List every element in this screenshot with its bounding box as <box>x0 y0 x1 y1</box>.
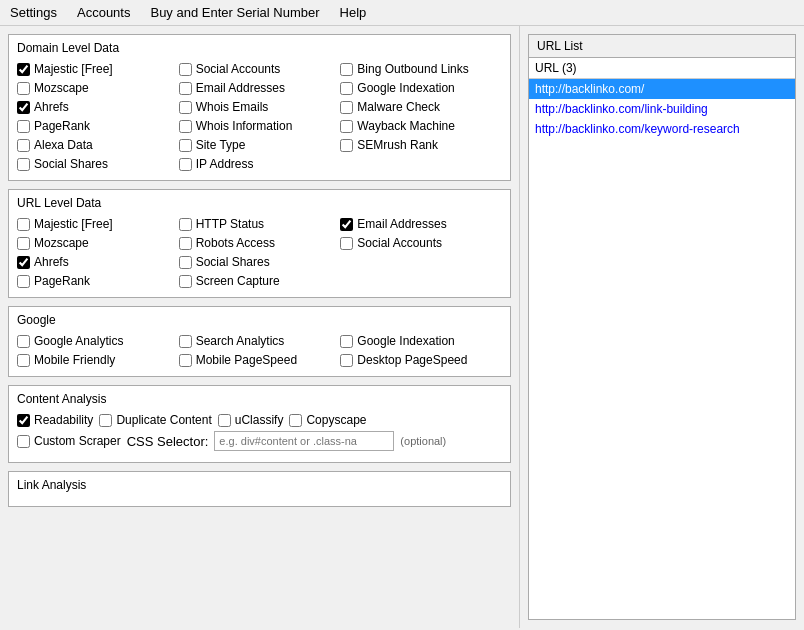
cb-ca-uclassify-input[interactable] <box>218 414 231 427</box>
cb-ul-mozscape-input[interactable] <box>17 237 30 250</box>
cb-g-mobile-friendly[interactable]: Mobile Friendly <box>17 352 179 368</box>
cb-dl-malware-check-input[interactable] <box>340 101 353 114</box>
cb-ul-pagerank-input[interactable] <box>17 275 30 288</box>
cb-g-mobile-pagespeed-input[interactable] <box>179 354 192 367</box>
link-analysis-section: Link Analysis <box>8 471 511 507</box>
url-level-title: URL Level Data <box>17 196 502 210</box>
cb-dl-mozscape[interactable]: Mozscape <box>17 80 179 96</box>
cb-dl-wayback-machine-input[interactable] <box>340 120 353 133</box>
cb-g-desktop-pagespeed-input[interactable] <box>340 354 353 367</box>
cb-ul-pagerank[interactable]: PageRank <box>17 273 179 289</box>
cb-g-indexation-input[interactable] <box>340 335 353 348</box>
cb-g-indexation-label: Google Indexation <box>357 334 454 348</box>
cb-dl-whois-emails[interactable]: Whois Emails <box>179 99 341 115</box>
cb-dl-majestic-input[interactable] <box>17 63 30 76</box>
cb-dl-alexa-data[interactable]: Alexa Data <box>17 137 179 153</box>
cb-dl-site-type-input[interactable] <box>179 139 192 152</box>
cb-dl-whois-info[interactable]: Whois Information <box>179 118 341 134</box>
cb-ul-screen-capture[interactable]: Screen Capture <box>179 273 341 289</box>
cb-dl-semrush-rank[interactable]: SEMrush Rank <box>340 137 502 153</box>
cb-dl-mozscape-input[interactable] <box>17 82 30 95</box>
cb-dl-google-indexation[interactable]: Google Indexation <box>340 80 502 96</box>
cb-ca-duplicate-input[interactable] <box>99 414 112 427</box>
cb-ul-robots-access-label: Robots Access <box>196 236 275 250</box>
cb-dl-social-shares[interactable]: Social Shares <box>17 156 179 172</box>
cb-ca-readability-label: Readability <box>34 413 93 427</box>
cb-ca-uclassify[interactable]: uClassify <box>218 412 284 428</box>
cb-dl-bing-outbound[interactable]: Bing Outbound Links <box>340 61 502 77</box>
cb-dl-ip-address-input[interactable] <box>179 158 192 171</box>
cb-g-mobile-pagespeed-label: Mobile PageSpeed <box>196 353 297 367</box>
cb-dl-site-type[interactable]: Site Type <box>179 137 341 153</box>
cb-g-search-analytics-input[interactable] <box>179 335 192 348</box>
cb-ul-ahrefs-input[interactable] <box>17 256 30 269</box>
cb-dl-wayback-machine-label: Wayback Machine <box>357 119 455 133</box>
cb-dl-whois-info-input[interactable] <box>179 120 192 133</box>
cb-g-search-analytics[interactable]: Search Analytics <box>179 333 341 349</box>
cb-ca-custom-scraper-label: Custom Scraper <box>34 434 121 448</box>
url-list-item[interactable]: http://backlinko.com/keyword-research <box>529 119 795 139</box>
cb-ul-ahrefs[interactable]: Ahrefs <box>17 254 179 270</box>
menu-settings[interactable]: Settings <box>0 2 67 23</box>
cb-ca-readability-input[interactable] <box>17 414 30 427</box>
cb-dl-majestic[interactable]: Majestic [Free] <box>17 61 179 77</box>
menu-accounts[interactable]: Accounts <box>67 2 140 23</box>
cb-ca-custom-scraper[interactable]: Custom Scraper <box>17 433 121 449</box>
cb-ul-screen-capture-input[interactable] <box>179 275 192 288</box>
cb-ul-mozscape[interactable]: Mozscape <box>17 235 179 251</box>
url-list-item[interactable]: http://backlinko.com/link-building <box>529 99 795 119</box>
cb-ul-robots-access[interactable]: Robots Access <box>179 235 341 251</box>
cb-ul-social-accounts[interactable]: Social Accounts <box>340 235 502 251</box>
cb-ca-copyscape[interactable]: Copyscape <box>289 412 366 428</box>
cb-g-mobile-pagespeed[interactable]: Mobile PageSpeed <box>179 352 341 368</box>
cb-dl-alexa-data-input[interactable] <box>17 139 30 152</box>
cb-ul-email-addresses-input[interactable] <box>340 218 353 231</box>
cb-dl-social-accounts[interactable]: Social Accounts <box>179 61 341 77</box>
cb-dl-ahrefs-input[interactable] <box>17 101 30 114</box>
cb-dl-wayback-machine[interactable]: Wayback Machine <box>340 118 502 134</box>
url-level-section: URL Level Data Majestic [Free] HTTP Stat… <box>8 189 511 298</box>
cb-ca-readability[interactable]: Readability <box>17 412 93 428</box>
cb-ul-http-status-input[interactable] <box>179 218 192 231</box>
cb-dl-social-shares-input[interactable] <box>17 158 30 171</box>
cb-dl-google-indexation-input[interactable] <box>340 82 353 95</box>
cb-dl-email-addresses-input[interactable] <box>179 82 192 95</box>
cb-g-desktop-pagespeed[interactable]: Desktop PageSpeed <box>340 352 502 368</box>
cb-dl-email-addresses[interactable]: Email Addresses <box>179 80 341 96</box>
cb-ul-social-shares[interactable]: Social Shares <box>179 254 341 270</box>
cb-dl-ahrefs[interactable]: Ahrefs <box>17 99 179 115</box>
cb-ul-social-accounts-input[interactable] <box>340 237 353 250</box>
domain-level-grid: Majestic [Free] Social Accounts Bing Out… <box>17 61 502 172</box>
cb-g-indexation[interactable]: Google Indexation <box>340 333 502 349</box>
cb-ul-social-shares-input[interactable] <box>179 256 192 269</box>
cb-dl-semrush-rank-input[interactable] <box>340 139 353 152</box>
cb-ul-email-addresses[interactable]: Email Addresses <box>340 216 502 232</box>
cb-g-analytics-input[interactable] <box>17 335 30 348</box>
cb-ul-http-status[interactable]: HTTP Status <box>179 216 341 232</box>
cb-g-analytics[interactable]: Google Analytics <box>17 333 179 349</box>
url-list-item[interactable]: http://backlinko.com/ <box>529 79 795 99</box>
cb-g-mobile-friendly-input[interactable] <box>17 354 30 367</box>
cb-dl-whois-emails-input[interactable] <box>179 101 192 114</box>
google-grid: Google Analytics Search Analytics Google… <box>17 333 502 368</box>
cb-ul-majestic[interactable]: Majestic [Free] <box>17 216 179 232</box>
cb-dl-ip-address[interactable]: IP Address <box>179 156 341 172</box>
cb-ul-majestic-input[interactable] <box>17 218 30 231</box>
cb-ca-duplicate-label: Duplicate Content <box>116 413 211 427</box>
menu-buy-serial[interactable]: Buy and Enter Serial Number <box>140 2 329 23</box>
content-analysis-section: Content Analysis Readability Duplicate C… <box>8 385 511 463</box>
menu-help[interactable]: Help <box>330 2 377 23</box>
cb-dl-ahrefs-label: Ahrefs <box>34 100 69 114</box>
cb-ul-social-accounts-label: Social Accounts <box>357 236 442 250</box>
cb-dl-malware-check[interactable]: Malware Check <box>340 99 502 115</box>
cb-dl-bing-outbound-input[interactable] <box>340 63 353 76</box>
cb-dl-pagerank-input[interactable] <box>17 120 30 133</box>
cb-dl-whois-emails-label: Whois Emails <box>196 100 269 114</box>
cb-dl-pagerank[interactable]: PageRank <box>17 118 179 134</box>
css-selector-input[interactable] <box>214 431 394 451</box>
cb-dl-social-accounts-input[interactable] <box>179 63 192 76</box>
cb-ca-custom-scraper-input[interactable] <box>17 435 30 448</box>
cb-ca-duplicate[interactable]: Duplicate Content <box>99 412 211 428</box>
cb-ca-copyscape-input[interactable] <box>289 414 302 427</box>
cb-ul-robots-access-input[interactable] <box>179 237 192 250</box>
